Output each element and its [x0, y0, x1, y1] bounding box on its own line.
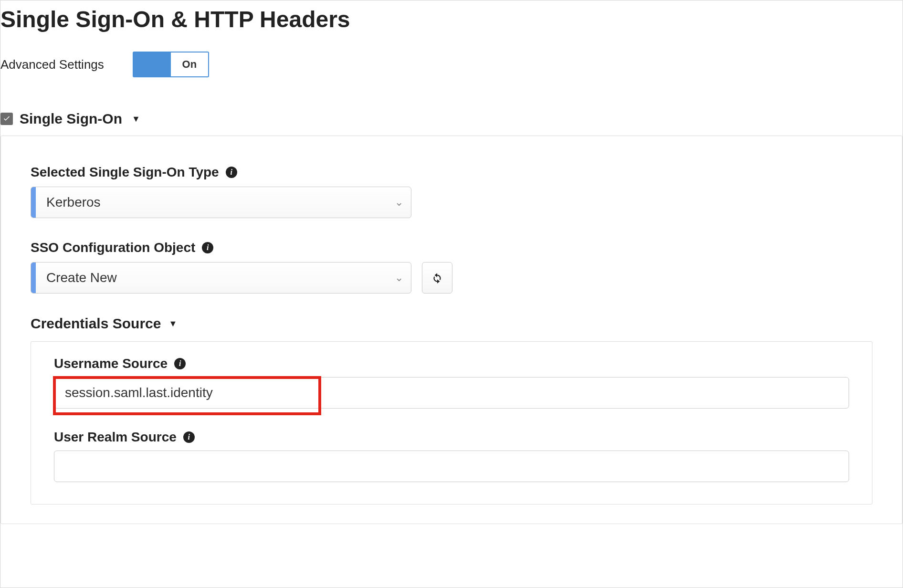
info-icon[interactable]: i [174, 358, 186, 369]
sso-section-header[interactable]: Single Sign-On ▼ [0, 111, 903, 127]
chevron-down-icon: ⌄ [387, 196, 411, 209]
credentials-source-header[interactable]: Credentials Source ▼ [31, 315, 872, 332]
sso-type-select[interactable]: Kerberos ⌄ [31, 187, 411, 218]
select-accent [31, 262, 36, 293]
sso-config-value: Create New [36, 270, 387, 285]
sso-type-value: Kerberos [36, 195, 387, 210]
username-source-label: Username Source [54, 356, 168, 371]
info-icon[interactable]: i [202, 242, 213, 253]
page-title: Single Sign-On & HTTP Headers [0, 6, 903, 32]
sso-section-title: Single Sign-On [20, 111, 122, 127]
advanced-settings-toggle[interactable]: On [133, 52, 209, 77]
caret-down-icon: ▼ [132, 114, 140, 124]
credentials-panel: Username Source i User Realm Source i [31, 341, 872, 504]
info-icon[interactable]: i [226, 167, 237, 178]
credentials-source-title: Credentials Source [31, 315, 161, 332]
user-realm-source-input[interactable] [54, 451, 849, 482]
user-realm-source-label: User Realm Source [54, 430, 177, 445]
advanced-settings-label: Advanced Settings [0, 57, 104, 72]
caret-down-icon: ▼ [168, 319, 177, 329]
username-source-input[interactable] [54, 377, 849, 409]
toggle-knob-label: On [171, 52, 208, 76]
chevron-down-icon: ⌄ [387, 272, 411, 284]
refresh-button[interactable] [422, 262, 452, 294]
check-icon [2, 115, 11, 123]
sso-config-label: SSO Configuration Object [31, 240, 195, 255]
sso-type-label: Selected Single Sign-On Type [31, 165, 219, 180]
refresh-icon [431, 272, 443, 284]
sso-config-select[interactable]: Create New ⌄ [31, 262, 411, 294]
sso-panel: Selected Single Sign-On Type i Kerberos … [0, 136, 903, 524]
select-accent [31, 187, 36, 218]
sso-checkbox[interactable] [0, 113, 13, 125]
info-icon[interactable]: i [183, 431, 195, 443]
toggle-track [134, 52, 171, 76]
